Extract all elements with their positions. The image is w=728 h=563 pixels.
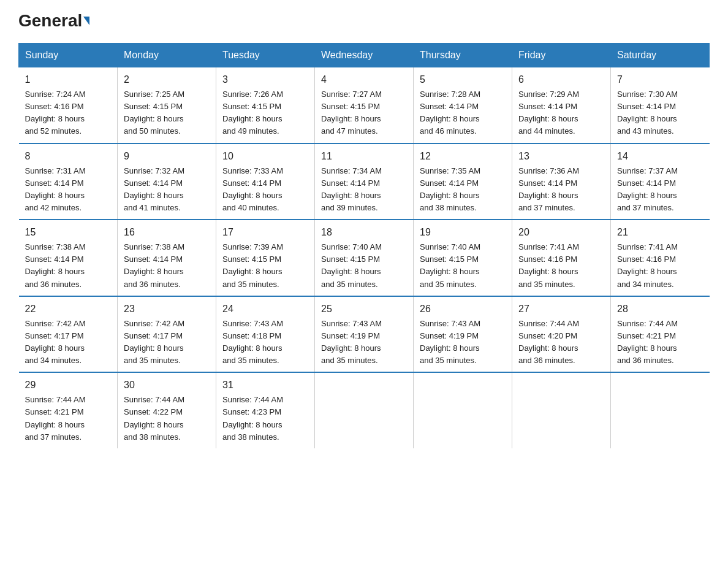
day-cell: 24 Sunrise: 7:43 AMSunset: 4:18 PMDaylig… xyxy=(216,296,315,373)
day-info: Sunrise: 7:44 AMSunset: 4:23 PMDaylight:… xyxy=(222,394,308,443)
col-header-sunday: Sunday xyxy=(19,44,118,67)
day-info: Sunrise: 7:39 AMSunset: 4:15 PMDaylight:… xyxy=(222,241,308,291)
day-info: Sunrise: 7:38 AMSunset: 4:14 PMDaylight:… xyxy=(25,241,112,291)
day-number: 13 xyxy=(518,149,604,164)
day-cell: 20 Sunrise: 7:41 AMSunset: 4:16 PMDaylig… xyxy=(512,220,611,296)
day-number: 28 xyxy=(617,302,703,316)
col-header-tuesday: Tuesday xyxy=(216,44,315,67)
day-number: 25 xyxy=(321,302,407,316)
logo-line1: General xyxy=(18,12,89,29)
day-number: 6 xyxy=(518,72,604,87)
day-number: 30 xyxy=(124,378,210,393)
logo: General xyxy=(18,12,89,31)
day-info: Sunrise: 7:24 AMSunset: 4:16 PMDaylight:… xyxy=(25,88,112,138)
day-number: 27 xyxy=(518,302,604,316)
day-info: Sunrise: 7:36 AMSunset: 4:14 PMDaylight:… xyxy=(518,165,604,215)
week-row-4: 22 Sunrise: 7:42 AMSunset: 4:17 PMDaylig… xyxy=(19,296,710,373)
week-row-5: 29 Sunrise: 7:44 AMSunset: 4:21 PMDaylig… xyxy=(19,372,710,448)
day-info: Sunrise: 7:44 AMSunset: 4:20 PMDaylight:… xyxy=(518,318,604,367)
day-info: Sunrise: 7:32 AMSunset: 4:14 PMDaylight:… xyxy=(124,165,210,215)
day-cell: 30 Sunrise: 7:44 AMSunset: 4:22 PMDaylig… xyxy=(118,372,216,448)
day-cell: 12 Sunrise: 7:35 AMSunset: 4:14 PMDaylig… xyxy=(414,144,512,220)
day-cell: 10 Sunrise: 7:33 AMSunset: 4:14 PMDaylig… xyxy=(216,144,315,220)
day-number: 21 xyxy=(617,225,703,240)
day-cell: 9 Sunrise: 7:32 AMSunset: 4:14 PMDayligh… xyxy=(118,144,216,220)
col-header-wednesday: Wednesday xyxy=(315,44,414,67)
day-cell: 17 Sunrise: 7:39 AMSunset: 4:15 PMDaylig… xyxy=(216,220,315,296)
day-cell: 14 Sunrise: 7:37 AMSunset: 4:14 PMDaylig… xyxy=(611,144,710,220)
day-number: 31 xyxy=(222,378,308,393)
day-number: 7 xyxy=(617,72,703,87)
day-info: Sunrise: 7:31 AMSunset: 4:14 PMDaylight:… xyxy=(25,165,112,215)
day-cell: 3 Sunrise: 7:26 AMSunset: 4:15 PMDayligh… xyxy=(216,67,315,144)
day-number: 12 xyxy=(420,149,506,164)
day-cell: 18 Sunrise: 7:40 AMSunset: 4:15 PMDaylig… xyxy=(315,220,414,296)
day-info: Sunrise: 7:37 AMSunset: 4:14 PMDaylight:… xyxy=(617,165,703,215)
day-info: Sunrise: 7:44 AMSunset: 4:21 PMDaylight:… xyxy=(617,318,703,367)
day-info: Sunrise: 7:27 AMSunset: 4:15 PMDaylight:… xyxy=(321,88,407,138)
day-cell: 16 Sunrise: 7:38 AMSunset: 4:14 PMDaylig… xyxy=(118,220,216,296)
day-cell: 25 Sunrise: 7:43 AMSunset: 4:19 PMDaylig… xyxy=(315,296,414,373)
day-info: Sunrise: 7:28 AMSunset: 4:14 PMDaylight:… xyxy=(420,88,506,138)
day-number: 4 xyxy=(321,72,407,87)
day-info: Sunrise: 7:26 AMSunset: 4:15 PMDaylight:… xyxy=(222,88,308,138)
day-number: 16 xyxy=(124,225,210,240)
day-number: 23 xyxy=(124,302,210,316)
day-info: Sunrise: 7:34 AMSunset: 4:14 PMDaylight:… xyxy=(321,165,407,215)
day-number: 8 xyxy=(25,149,112,164)
day-number: 9 xyxy=(124,149,210,164)
day-number: 19 xyxy=(420,225,506,240)
day-number: 17 xyxy=(222,225,308,240)
col-header-saturday: Saturday xyxy=(611,44,710,67)
week-row-2: 8 Sunrise: 7:31 AMSunset: 4:14 PMDayligh… xyxy=(19,144,710,220)
day-cell: 28 Sunrise: 7:44 AMSunset: 4:21 PMDaylig… xyxy=(611,296,710,373)
day-cell: 2 Sunrise: 7:25 AMSunset: 4:15 PMDayligh… xyxy=(118,67,216,144)
day-info: Sunrise: 7:40 AMSunset: 4:15 PMDaylight:… xyxy=(420,241,506,291)
day-cell: 1 Sunrise: 7:24 AMSunset: 4:16 PMDayligh… xyxy=(19,67,118,144)
day-cell: 29 Sunrise: 7:44 AMSunset: 4:21 PMDaylig… xyxy=(19,372,118,448)
day-cell: 4 Sunrise: 7:27 AMSunset: 4:15 PMDayligh… xyxy=(315,67,414,144)
day-number: 5 xyxy=(420,72,506,87)
day-cell: 21 Sunrise: 7:41 AMSunset: 4:16 PMDaylig… xyxy=(611,220,710,296)
col-header-monday: Monday xyxy=(118,44,216,67)
day-info: Sunrise: 7:43 AMSunset: 4:19 PMDaylight:… xyxy=(321,318,407,367)
day-number: 10 xyxy=(222,149,308,164)
day-info: Sunrise: 7:25 AMSunset: 4:15 PMDaylight:… xyxy=(124,88,210,138)
day-cell xyxy=(512,372,611,448)
page-header: General xyxy=(18,12,710,31)
day-cell: 31 Sunrise: 7:44 AMSunset: 4:23 PMDaylig… xyxy=(216,372,315,448)
day-info: Sunrise: 7:44 AMSunset: 4:21 PMDaylight:… xyxy=(25,394,112,443)
day-info: Sunrise: 7:30 AMSunset: 4:14 PMDaylight:… xyxy=(617,88,703,138)
col-header-friday: Friday xyxy=(512,44,611,67)
day-info: Sunrise: 7:43 AMSunset: 4:18 PMDaylight:… xyxy=(222,318,308,367)
week-row-1: 1 Sunrise: 7:24 AMSunset: 4:16 PMDayligh… xyxy=(19,67,710,144)
day-number: 24 xyxy=(222,302,308,316)
day-cell: 13 Sunrise: 7:36 AMSunset: 4:14 PMDaylig… xyxy=(512,144,611,220)
day-cell: 8 Sunrise: 7:31 AMSunset: 4:14 PMDayligh… xyxy=(19,144,118,220)
day-number: 14 xyxy=(617,149,703,164)
day-info: Sunrise: 7:41 AMSunset: 4:16 PMDaylight:… xyxy=(617,241,703,291)
day-number: 3 xyxy=(222,72,308,87)
day-cell: 7 Sunrise: 7:30 AMSunset: 4:14 PMDayligh… xyxy=(611,67,710,144)
day-cell: 15 Sunrise: 7:38 AMSunset: 4:14 PMDaylig… xyxy=(19,220,118,296)
day-number: 15 xyxy=(25,225,112,240)
day-info: Sunrise: 7:29 AMSunset: 4:14 PMDaylight:… xyxy=(518,88,604,138)
day-cell xyxy=(611,372,710,448)
day-number: 18 xyxy=(321,225,407,240)
day-info: Sunrise: 7:44 AMSunset: 4:22 PMDaylight:… xyxy=(124,394,210,443)
day-cell: 19 Sunrise: 7:40 AMSunset: 4:15 PMDaylig… xyxy=(414,220,512,296)
day-cell: 23 Sunrise: 7:42 AMSunset: 4:17 PMDaylig… xyxy=(118,296,216,373)
day-cell: 26 Sunrise: 7:43 AMSunset: 4:19 PMDaylig… xyxy=(414,296,512,373)
calendar-table: SundayMondayTuesdayWednesdayThursdayFrid… xyxy=(18,43,710,448)
col-header-thursday: Thursday xyxy=(414,44,512,67)
day-info: Sunrise: 7:42 AMSunset: 4:17 PMDaylight:… xyxy=(25,318,112,367)
day-info: Sunrise: 7:42 AMSunset: 4:17 PMDaylight:… xyxy=(124,318,210,367)
day-cell xyxy=(315,372,414,448)
day-cell: 11 Sunrise: 7:34 AMSunset: 4:14 PMDaylig… xyxy=(315,144,414,220)
day-info: Sunrise: 7:38 AMSunset: 4:14 PMDaylight:… xyxy=(124,241,210,291)
day-info: Sunrise: 7:35 AMSunset: 4:14 PMDaylight:… xyxy=(420,165,506,215)
day-info: Sunrise: 7:40 AMSunset: 4:15 PMDaylight:… xyxy=(321,241,407,291)
day-number: 1 xyxy=(25,72,112,87)
day-number: 2 xyxy=(124,72,210,87)
week-row-3: 15 Sunrise: 7:38 AMSunset: 4:14 PMDaylig… xyxy=(19,220,710,296)
